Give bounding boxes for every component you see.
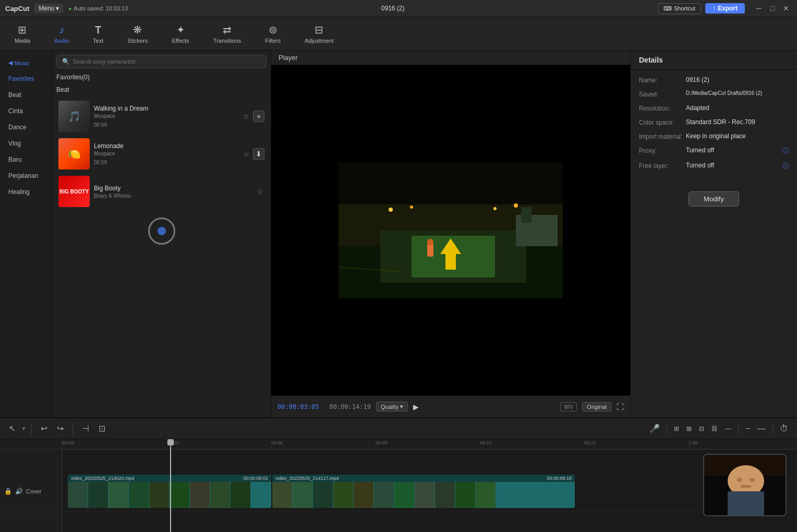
detail-colorspace: Color space: Standard SDR - Rec.709 — [639, 118, 789, 126]
tool-text-label: Text — [93, 38, 103, 44]
song-add-walking[interactable]: + — [253, 111, 264, 122]
tl-icon5[interactable]: — — [722, 424, 734, 434]
detail-saved-value: D:/Media/CapCut Drafts/0916 (2) — [686, 90, 789, 96]
select-tool-button[interactable]: ↖ — [6, 422, 18, 435]
song-download-lemonade[interactable]: ⬇ — [253, 148, 264, 160]
tl-icon2[interactable]: ⊠ — [684, 424, 694, 434]
song-thumb-lemonade: 🍋 — [58, 138, 90, 170]
tool-adjustment[interactable]: ⊟ Adjustment — [300, 21, 337, 46]
sidebar-music-header[interactable]: ◀ Music — [2, 55, 50, 70]
maximize-button[interactable]: □ — [767, 3, 778, 14]
ruler-mark-0: 00:00 — [63, 440, 75, 445]
zoom-out-button[interactable]: − — [743, 422, 753, 435]
zoom-control-button[interactable]: — — [755, 422, 768, 435]
toolbar-separator-5 — [772, 424, 773, 434]
video-clip-2[interactable]: video_20220525_214117.mp4 00:00:08:18 — [272, 475, 575, 508]
undo-button[interactable]: ↩ — [38, 422, 50, 435]
video-clip-1[interactable]: video_20220525_214020.mp4 00:00:06:01 — [68, 475, 271, 508]
song-actions-bigbooty: ☆ — [256, 186, 264, 197]
song-actions-lemonade: ☆ ⬇ — [242, 148, 264, 160]
timer-button[interactable]: ⏱ — [777, 422, 791, 435]
healing-label: Healing — [8, 188, 30, 196]
top-bar-left: CapCut Menu ▾ Auto saved: 10:03:13 — [5, 4, 128, 13]
empty-below-tracks — [63, 512, 797, 532]
detail-freelayer-label: Free layer: — [639, 162, 686, 170]
split-button[interactable]: ⊣ — [79, 422, 92, 435]
song-info-walking: Walking in a Dream Muspace 00:59 — [94, 105, 238, 128]
song-duration-lemonade: 00:59 — [94, 160, 238, 165]
timeline-toolbar: ↖ ▾ ↩ ↪ ⊣ ⊡ 🎤 ⊞ ⊠ ⊟ ⛓ — − — ⏱ — [0, 418, 797, 439]
sidebar-item-cinta[interactable]: Cinta — [2, 103, 50, 119]
beat-label: Beat — [8, 91, 21, 99]
tool-stickers[interactable]: ❋ Stickers — [123, 21, 152, 46]
song-favorite-walking[interactable]: ☆ — [242, 111, 251, 122]
tool-text[interactable]: T Text — [89, 22, 107, 46]
video-frame — [339, 163, 563, 298]
clip-1-filename: video_20220525_214020.mp4 — [71, 476, 135, 481]
song-title-lemonade: Lemonade — [94, 142, 238, 150]
toolbar-separator-4 — [738, 424, 739, 434]
sidebar-item-vlog[interactable]: Vlog — [2, 136, 50, 151]
tool-transitions[interactable]: ⇄ Transitions — [209, 21, 245, 46]
mic-button[interactable]: 🎤 — [647, 422, 662, 435]
fullscreen-button[interactable]: ⛶ — [617, 403, 624, 411]
sidebar-item-dance[interactable]: Dance — [2, 119, 50, 135]
modify-button[interactable]: Modify — [689, 191, 739, 207]
song-title-walking: Walking in a Dream — [94, 105, 238, 112]
song-item-walking[interactable]: 🎵 Walking in a Dream Muspace 00:59 ☆ + — [56, 98, 267, 135]
song-favorite-bigbooty[interactable]: ☆ — [256, 186, 264, 197]
toolbar-separator-3 — [667, 424, 667, 434]
music-sidebar: ◀ Music Favorites Beat Cinta Dance Vlog … — [0, 51, 52, 417]
redo-button[interactable]: ↪ — [54, 422, 66, 435]
ruler-spacer — [0, 439, 62, 450]
detail-resolution-label: Resolution: — [639, 104, 686, 112]
tl-icon1[interactable]: ⊞ — [671, 424, 682, 434]
proxy-info-icon[interactable]: ⓘ — [782, 147, 789, 155]
sidebar-item-favorites[interactable]: Favorites — [2, 71, 50, 87]
song-favorite-lemonade[interactable]: ☆ — [242, 149, 251, 159]
search-input[interactable] — [73, 58, 261, 65]
clip-1-thumbnails — [68, 482, 271, 508]
chevron-down-icon: ▾ — [400, 403, 403, 410]
sidebar-item-baru[interactable]: Baru — [2, 152, 50, 167]
freelayer-info-icon[interactable]: ⓘ — [782, 162, 789, 171]
video-track: video_20220525_214020.mp4 00:00:06:01 — [63, 470, 797, 512]
quality-button[interactable]: Quality ▾ — [376, 402, 408, 412]
search-bar[interactable]: 🔍 — [56, 55, 267, 68]
clip-thumb — [354, 482, 373, 508]
sidebar-item-healing[interactable]: Healing — [2, 184, 50, 200]
clip-thumb — [210, 482, 230, 508]
tool-filters[interactable]: ⊚ Filters — [261, 21, 285, 46]
shortcut-icon: ⌨ — [663, 5, 672, 12]
main-toolbar: ⊞ Media ♪ Audio T Text ❋ Stickers ✦ Effe… — [0, 17, 797, 51]
crop-timeline-button[interactable]: ⊡ — [96, 422, 108, 435]
tl-icon3[interactable]: ⊟ — [696, 424, 707, 434]
track-volume-button[interactable]: 🔊 — [15, 488, 23, 495]
original-button[interactable]: Original — [582, 402, 611, 412]
clip-thumb — [476, 482, 496, 508]
clip-thumb — [313, 482, 333, 508]
sidebar-item-perjalanan[interactable]: Perjalanan — [2, 168, 50, 184]
play-button[interactable]: ▶ — [413, 403, 419, 411]
tool-adjustment-label: Adjustment — [305, 38, 333, 44]
tool-media[interactable]: ⊞ Media — [10, 21, 34, 46]
tool-effects[interactable]: ✦ Effects — [167, 21, 193, 46]
transitions-icon: ⇄ — [223, 23, 232, 36]
right-panel: Details Name: 0916 (2) Saved: D:/Media/C… — [630, 51, 797, 417]
minimize-button[interactable]: ─ — [753, 3, 765, 14]
menu-button[interactable]: Menu ▾ — [34, 4, 63, 13]
close-button[interactable]: ✕ — [780, 3, 792, 14]
song-item-lemonade[interactable]: 🍋 Lemonade Muspace 00:59 ☆ ⬇ — [56, 135, 267, 173]
svg-rect-18 — [728, 491, 764, 516]
sidebar-item-beat[interactable]: Beat — [2, 87, 50, 103]
playhead-line — [170, 470, 171, 512]
shortcut-button[interactable]: ⌨ Shortcut — [658, 3, 701, 14]
wv-button[interactable]: WV — [560, 402, 577, 412]
player-controls: 00:00:03:05 00:00:14:19 Quality ▾ ▶ WV O… — [271, 395, 630, 417]
tl-icon4[interactable]: ⛓ — [709, 424, 720, 434]
clip-thumb — [435, 482, 455, 508]
song-item-bigbooty[interactable]: BIG BOOTY Big Booty Bravy & Whisnu ☆ — [56, 173, 267, 210]
export-button[interactable]: ↑ Export — [705, 3, 745, 14]
tool-audio[interactable]: ♪ Audio — [50, 22, 73, 46]
track-lock-button[interactable]: 🔒 — [4, 488, 12, 495]
